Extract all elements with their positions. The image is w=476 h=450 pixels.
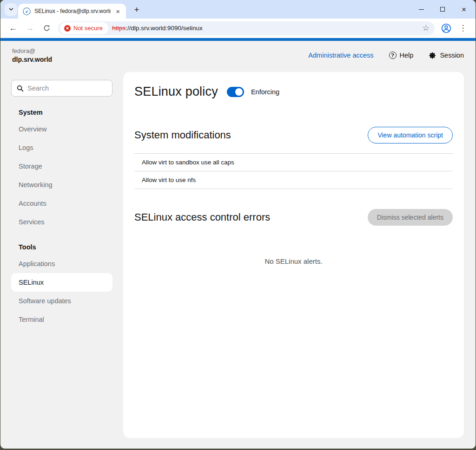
address-bar[interactable]: ✕ Not secure https://dlp.srv.world:9090/… — [58, 21, 435, 35]
new-tab-button[interactable]: + — [131, 4, 143, 16]
browser-toolbar: ← → ✕ Not secure https://dlp.srv.world:9… — [0, 19, 476, 38]
sidebar-section-system: System OverviewLogsStorageNetworkingAcco… — [0, 105, 123, 231]
reload-button[interactable] — [39, 20, 54, 36]
search-input[interactable] — [27, 85, 107, 92]
sidebar-item[interactable]: Terminal — [11, 310, 112, 329]
tab-close-icon[interactable]: × — [114, 7, 121, 15]
session-label: Session — [440, 52, 464, 59]
close-icon: × — [462, 6, 466, 13]
sidebar-item[interactable]: Software updates — [11, 292, 112, 310]
window-controls: × — [410, 0, 475, 19]
modification-row: Allow virt to sandbox use all caps — [134, 154, 453, 171]
selinux-card: SELinux policy Enforcing System modifica… — [123, 72, 464, 438]
window-maximize-button[interactable] — [432, 0, 453, 19]
tab-title: SELinux - fedora@dlp.srv.world — [34, 8, 111, 14]
url-text[interactable]: https://dlp.srv.world:9090/selinux — [112, 25, 203, 32]
modification-row: Allow virt to use nfs — [134, 171, 453, 189]
browser-window: SELinux - fedora@dlp.srv.world × + × ← →… — [0, 0, 476, 449]
gear-icon — [429, 52, 436, 59]
dismiss-selected-alerts-button[interactable]: Dismiss selected alerts — [368, 209, 453, 226]
cockpit-masthead: fedora@ dlp.srv.world Administrative acc… — [0, 41, 476, 70]
maximize-icon — [440, 7, 445, 12]
main-content: SELinux policy Enforcing System modifica… — [123, 70, 476, 449]
browser-tab-active[interactable]: SELinux - fedora@dlp.srv.world × — [18, 4, 126, 19]
reload-icon — [43, 24, 51, 32]
forward-button[interactable]: → — [22, 20, 38, 36]
bookmark-star-icon[interactable]: ☆ — [420, 22, 432, 34]
help-menu[interactable]: ? Help — [389, 52, 414, 59]
minimize-icon — [419, 9, 424, 10]
sidebar-section-heading: System — [11, 105, 112, 120]
sidebar: System OverviewLogsStorageNetworkingAcco… — [0, 70, 123, 449]
sidebar-item[interactable]: Services — [11, 213, 112, 231]
tab-search-button[interactable] — [5, 3, 17, 16]
site-security-chip[interactable]: ✕ Not secure — [60, 22, 108, 34]
search-icon — [17, 85, 24, 92]
administrative-access-link[interactable]: Administrative access — [308, 52, 373, 59]
no-alerts-message: No SELinux alerts. — [134, 257, 453, 265]
masthead-hostname: dlp.srv.world — [12, 56, 52, 63]
url-rest: ://dlp.srv.world:9090/selinux — [126, 25, 203, 32]
url-scheme-struck: https — [112, 25, 126, 32]
sidebar-item[interactable]: Accounts — [11, 194, 112, 213]
cockpit-favicon-icon — [23, 7, 31, 15]
sidebar-search[interactable] — [11, 80, 112, 97]
not-secure-label: Not secure — [73, 25, 103, 32]
browser-tabstrip: SELinux - fedora@dlp.srv.world × + × — [0, 0, 476, 19]
view-automation-script-button[interactable]: View automation script — [368, 127, 453, 143]
sidebar-section-tools: Tools ApplicationsSELinuxSoftware update… — [0, 240, 123, 329]
sidebar-item[interactable]: Logs — [11, 138, 112, 157]
profile-button[interactable] — [438, 20, 454, 36]
back-button[interactable]: ← — [5, 20, 21, 36]
sidebar-item[interactable]: Storage — [11, 157, 112, 176]
chevron-down-icon — [8, 6, 14, 14]
sidebar-section-items: ApplicationsSELinuxSoftware updatesTermi… — [0, 254, 123, 329]
sidebar-section-heading: Tools — [11, 240, 112, 254]
access-control-errors-heading: SELinux access control errors — [134, 211, 270, 223]
enforcing-toggle-label: Enforcing — [251, 88, 279, 96]
masthead-username: fedora@ — [12, 47, 52, 54]
page-title: SELinux policy — [134, 85, 218, 99]
sidebar-item[interactable]: Overview — [11, 120, 112, 138]
browser-menu-button[interactable]: ⋮ — [455, 20, 471, 36]
help-label: Help — [400, 52, 414, 59]
not-secure-icon: ✕ — [64, 25, 71, 32]
sidebar-item[interactable]: SELinux — [11, 273, 112, 292]
host-switcher[interactable]: fedora@ dlp.srv.world — [12, 47, 52, 63]
help-icon: ? — [389, 52, 397, 59]
system-modifications-heading: System modifications — [134, 129, 231, 141]
modifications-table: Allow virt to sandbox use all capsAllow … — [134, 153, 453, 189]
window-minimize-button[interactable] — [410, 0, 432, 19]
profile-avatar-icon — [441, 23, 451, 33]
session-menu[interactable]: Session — [429, 52, 464, 59]
sidebar-item[interactable]: Networking — [11, 176, 112, 194]
toggle-knob — [235, 88, 243, 96]
sidebar-item[interactable]: Applications — [11, 254, 112, 273]
window-close-button[interactable]: × — [453, 0, 475, 19]
sidebar-section-items: OverviewLogsStorageNetworkingAccountsSer… — [0, 120, 123, 231]
enforcing-toggle[interactable] — [227, 87, 244, 97]
